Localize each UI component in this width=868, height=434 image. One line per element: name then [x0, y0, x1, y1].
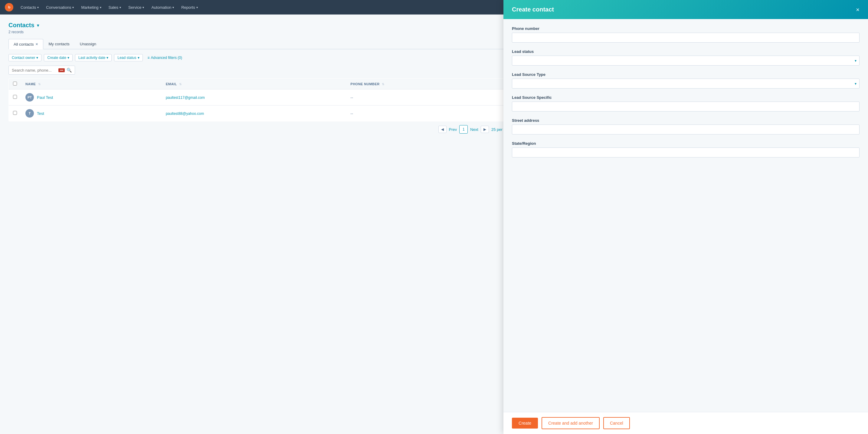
state-region-label: State/Region — [512, 141, 860, 146]
lead-status-chevron: ▾ — [138, 56, 140, 60]
nav-service-chevron: ▾ — [143, 6, 144, 9]
nav-reports[interactable]: Reports ▾ — [181, 5, 198, 10]
contact-link-test[interactable]: Test — [37, 111, 44, 116]
email-sort-icon: ⇅ — [179, 82, 182, 86]
search-extra-icon: ••• — [58, 68, 65, 72]
lead-source-type-field-group: Lead Source Type ▾ — [512, 72, 860, 89]
panel-close-button[interactable]: × — [856, 7, 860, 13]
state-region-field-group: State/Region — [512, 141, 860, 158]
lead-source-type-label: Lead Source Type — [512, 72, 860, 77]
avatar-test: T — [25, 109, 34, 118]
lead-status-field-group: Lead status ▾ — [512, 49, 860, 66]
avatar-paul-test: PT — [25, 93, 34, 102]
lead-source-specific-label: Lead Source Specific — [512, 95, 860, 100]
name-cell-1: PT Paul Test — [21, 90, 161, 105]
phone-cell-2: -- — [346, 105, 512, 122]
filter-icon: ≡ — [148, 56, 150, 60]
prev-page-button[interactable]: ◀ — [438, 126, 446, 133]
name-sort-icon: ⇅ — [38, 82, 41, 86]
nav-sales[interactable]: Sales ▾ — [108, 5, 121, 10]
lead-status-filter[interactable]: Lead status ▾ — [114, 54, 143, 61]
email-cell-1: paultest117@gmail.com — [161, 90, 346, 105]
contact-owner-filter[interactable]: Contact owner ▾ — [8, 54, 41, 61]
next-label[interactable]: Next — [470, 127, 478, 132]
nav-contacts-chevron: ▾ — [37, 6, 39, 9]
search-button[interactable]: 🔍 — [67, 68, 72, 72]
select-all-header — [9, 78, 22, 90]
email-link-paul-test[interactable]: paultest117@gmail.com — [166, 96, 205, 100]
last-activity-chevron: ▾ — [106, 56, 108, 60]
panel-body: Phone number Lead status ▾ Lead Source T… — [503, 19, 868, 412]
nav-marketing-chevron: ▾ — [100, 6, 101, 9]
nav-conversations[interactable]: Conversations ▾ — [46, 5, 74, 10]
name-column-header[interactable]: NAME ⇅ — [21, 78, 161, 90]
table-row: PT Paul Test paultest117@gmail.com -- — [9, 90, 512, 105]
create-date-chevron: ▾ — [67, 56, 69, 60]
page-title-chevron[interactable]: ▾ — [37, 23, 39, 28]
tabs-row: All contacts ✕ My contacts Unassign — [8, 39, 512, 49]
row-checkbox-1[interactable] — [13, 95, 17, 99]
hubspot-logo — [5, 3, 13, 11]
contact-owner-chevron: ▾ — [36, 56, 38, 60]
panel-header: Create contact × — [503, 0, 868, 19]
nav-sales-chevron: ▾ — [120, 6, 121, 9]
create-contact-panel: Create contact × Phone number Lead statu… — [503, 0, 868, 434]
panel-title: Create contact — [512, 6, 554, 13]
phone-cell-1: -- — [346, 90, 512, 105]
tab-all-contacts[interactable]: All contacts ✕ — [8, 39, 43, 49]
prev-label[interactable]: Prev — [449, 127, 457, 132]
tab-unassign[interactable]: Unassign — [75, 39, 101, 49]
lead-source-specific-field-group: Lead Source Specific — [512, 95, 860, 111]
nav-automation[interactable]: Automation ▾ — [151, 5, 174, 10]
contacts-table: NAME ⇅ EMAIL ⇅ PHONE NUMBER ⇅ — [8, 78, 512, 122]
phone-column-header[interactable]: PHONE NUMBER ⇅ — [346, 78, 512, 90]
nav-contacts[interactable]: Contacts ▾ — [21, 5, 39, 10]
nav-marketing[interactable]: Marketing ▾ — [81, 5, 101, 10]
search-input-wrap: ••• 🔍 — [8, 66, 75, 75]
nav-conversations-chevron: ▾ — [72, 6, 74, 9]
lead-source-specific-input[interactable] — [512, 102, 860, 111]
tab-my-contacts[interactable]: My contacts — [43, 39, 74, 49]
svg-point-0 — [7, 5, 11, 10]
contact-link-paul-test[interactable]: Paul Test — [37, 95, 53, 100]
phone-sort-icon: ⇅ — [382, 82, 384, 86]
panel-footer: Create Create and add another Cancel — [503, 412, 868, 434]
nav-reports-chevron: ▾ — [196, 6, 198, 9]
tab-all-contacts-close[interactable]: ✕ — [35, 42, 38, 46]
create-and-add-another-button[interactable]: Create and add another — [541, 417, 600, 429]
main-content: Contacts ▾ 2 records All contacts ✕ My c… — [0, 14, 521, 434]
advanced-filters-button[interactable]: ≡ Advanced filters (0) — [148, 56, 182, 60]
name-cell-2: T Test — [21, 105, 161, 122]
search-input[interactable] — [12, 68, 57, 72]
nav-service[interactable]: Service ▾ — [128, 5, 144, 10]
lead-source-type-select-wrap: ▾ — [512, 78, 860, 89]
lead-source-type-select[interactable] — [512, 78, 860, 89]
last-activity-filter[interactable]: Last activity date ▾ — [75, 54, 112, 61]
lead-status-select-wrap: ▾ — [512, 56, 860, 66]
street-address-field-group: Street address — [512, 118, 860, 134]
email-cell-2: paultest88@yahoo.com — [161, 105, 346, 122]
email-column-header[interactable]: EMAIL ⇅ — [161, 78, 346, 90]
record-count: 2 records — [8, 30, 512, 34]
phone-number-input[interactable] — [512, 33, 860, 43]
next-page-button[interactable]: ▶ — [481, 126, 489, 133]
nav-automation-chevron: ▾ — [173, 6, 174, 9]
create-date-filter[interactable]: Create date ▾ — [44, 54, 72, 61]
state-region-input[interactable] — [512, 147, 860, 158]
page-title: Contacts ▾ — [8, 22, 512, 29]
create-button[interactable]: Create — [512, 418, 538, 429]
email-link-test[interactable]: paultest88@yahoo.com — [166, 111, 204, 116]
select-all-checkbox[interactable] — [13, 81, 17, 86]
filters-row: Contact owner ▾ Create date ▾ Last activ… — [8, 54, 512, 61]
row-checkbox-cell-2 — [9, 105, 22, 122]
street-address-label: Street address — [512, 118, 860, 123]
phone-number-field-group: Phone number — [512, 26, 860, 43]
street-address-input[interactable] — [512, 125, 860, 134]
lead-status-select[interactable] — [512, 56, 860, 66]
phone-number-label: Phone number — [512, 26, 860, 31]
table-row: T Test paultest88@yahoo.com -- — [9, 105, 512, 122]
current-page: 1 — [459, 125, 468, 134]
cancel-button[interactable]: Cancel — [603, 417, 630, 429]
search-row: ••• 🔍 — [8, 66, 512, 75]
row-checkbox-2[interactable] — [13, 111, 17, 115]
